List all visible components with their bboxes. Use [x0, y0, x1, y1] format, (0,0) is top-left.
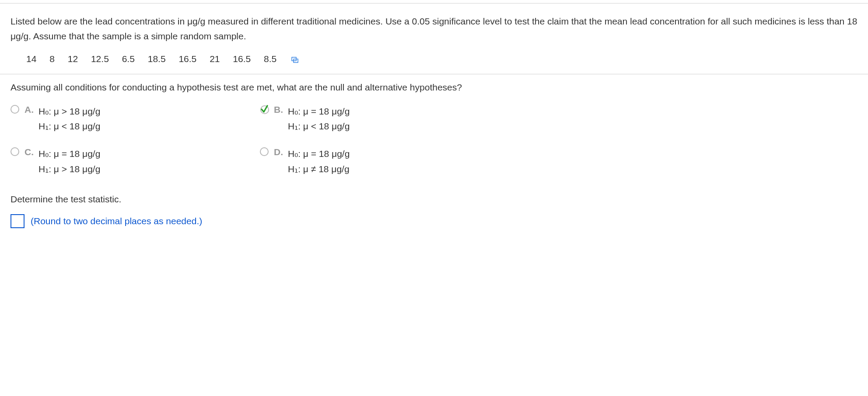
radio-a[interactable] — [10, 104, 24, 116]
h1-text: H₁: μ < 18 μg/g — [38, 121, 100, 131]
option-body: H₀: μ = 18 μg/g H₁: μ > 18 μg/g — [38, 146, 100, 177]
data-value: 12 — [68, 54, 78, 64]
option-d[interactable]: D. H₀: μ = 18 μg/g H₁: μ ≠ 18 μg/g — [260, 146, 492, 177]
h0-text: H₀: μ = 18 μg/g — [288, 149, 350, 159]
option-letter: D. — [274, 146, 288, 157]
data-value: 8 — [49, 54, 55, 64]
option-c[interactable]: C. H₀: μ = 18 μg/g H₁: μ > 18 μg/g — [10, 146, 242, 177]
h0-text: H₀: μ = 18 μg/g — [288, 106, 350, 116]
h0-text: H₀: μ > 18 μg/g — [38, 106, 100, 116]
radio-b[interactable] — [260, 104, 274, 117]
data-value: 16.5 — [233, 54, 251, 64]
rounding-hint: (Round to two decimal places as needed.) — [31, 216, 202, 226]
data-value: 12.5 — [91, 54, 109, 64]
data-value: 6.5 — [122, 54, 135, 64]
copy-data-icon[interactable] — [291, 55, 299, 65]
option-letter: C. — [24, 146, 38, 157]
option-body: H₀: μ = 18 μg/g H₁: μ ≠ 18 μg/g — [288, 146, 350, 177]
data-value: 16.5 — [178, 54, 196, 64]
test-statistic-input[interactable] — [10, 214, 24, 228]
option-letter: B. — [274, 104, 288, 115]
data-value: 14 — [26, 54, 36, 64]
radio-d[interactable] — [260, 146, 274, 158]
h1-text: H₁: μ > 18 μg/g — [38, 164, 100, 174]
radio-c[interactable] — [10, 146, 24, 158]
option-letter: A. — [24, 104, 38, 115]
determine-test-statistic-label: Determine the test statistic. — [10, 194, 858, 205]
section-divider — [0, 74, 868, 74]
option-body: H₀: μ > 18 μg/g H₁: μ < 18 μg/g — [38, 104, 100, 134]
radio-unselected-icon — [260, 147, 269, 156]
h0-text: H₀: μ = 18 μg/g — [38, 149, 100, 159]
radio-unselected-icon — [10, 105, 19, 114]
h1-text: H₁: μ < 18 μg/g — [288, 121, 350, 131]
option-b[interactable]: B. H₀: μ = 18 μg/g H₁: μ < 18 μg/g — [260, 104, 492, 134]
test-statistic-answer-row: (Round to two decimal places as needed.) — [10, 214, 858, 228]
answer-options: A. H₀: μ > 18 μg/g H₁: μ < 18 μg/g B. H₀… — [10, 104, 492, 177]
radio-unselected-icon — [10, 147, 19, 156]
data-value: 21 — [210, 54, 220, 64]
data-value: 18.5 — [148, 54, 166, 64]
h1-text: H₁: μ ≠ 18 μg/g — [288, 164, 350, 174]
radio-selected-checkmark-icon — [260, 105, 270, 115]
hypotheses-prompt: Assuming all conditions for conducting a… — [10, 82, 858, 93]
problem-statement: Listed below are the lead concentrations… — [10, 14, 858, 43]
data-values-row: 14 8 12 12.5 6.5 18.5 16.5 21 16.5 8.5 — [10, 54, 858, 65]
question-content: Listed below are the lead concentrations… — [0, 3, 868, 228]
top-divider — [0, 0, 868, 3]
data-value: 8.5 — [264, 54, 276, 64]
option-body: H₀: μ = 18 μg/g H₁: μ < 18 μg/g — [288, 104, 350, 134]
option-a[interactable]: A. H₀: μ > 18 μg/g H₁: μ < 18 μg/g — [10, 104, 242, 134]
